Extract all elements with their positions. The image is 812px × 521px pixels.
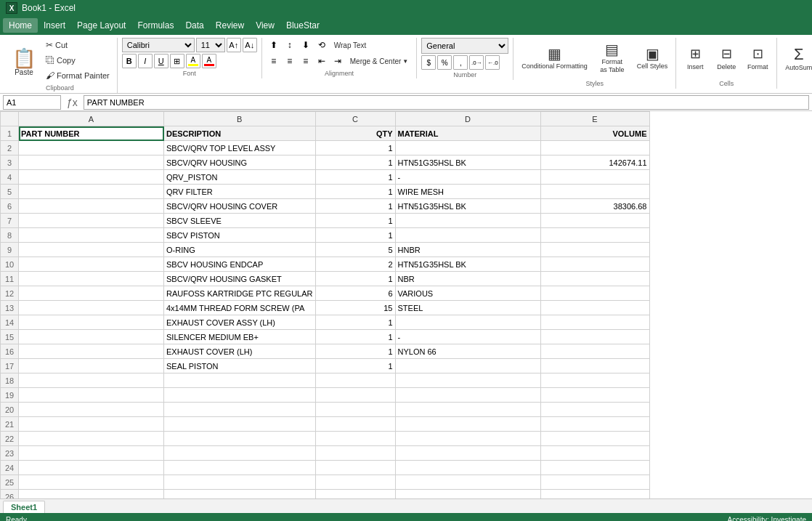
cell-B20[interactable] — [164, 403, 316, 417]
font-color-button[interactable]: A — [202, 54, 216, 68]
menu-data[interactable]: Data — [179, 18, 209, 33]
cell-D3[interactable]: HTN51G35HSL BK — [395, 156, 540, 170]
cell-A16[interactable] — [19, 344, 164, 359]
cell-C2[interactable]: 1 — [315, 141, 395, 156]
cell-E12[interactable] — [540, 286, 649, 301]
cell-E26[interactable] — [540, 490, 649, 499]
cell-B11[interactable]: SBCV/QRV HOUSING GASKET — [164, 272, 316, 286]
cell-E15[interactable] — [540, 330, 649, 344]
cell-B8[interactable]: SBCV PISTON — [164, 228, 316, 243]
cell-B2[interactable]: SBCV/QRV TOP LEVEL ASSY — [164, 141, 316, 156]
percent-button[interactable]: % — [437, 55, 452, 70]
row-number[interactable]: 17 — [1, 359, 19, 373]
cell-E21[interactable] — [540, 417, 649, 432]
cell-D10[interactable]: HTN51G35HSL BK — [395, 257, 540, 272]
cell-E3[interactable]: 142674.11 — [540, 156, 649, 170]
cell-A9[interactable] — [19, 243, 164, 257]
cell-E9[interactable] — [540, 243, 649, 257]
cell-A10[interactable] — [19, 257, 164, 272]
cell-A12[interactable] — [19, 286, 164, 301]
fill-color-button[interactable]: A — [186, 54, 200, 68]
cell-C8[interactable]: 1 — [315, 228, 395, 243]
name-box[interactable] — [3, 95, 61, 110]
underline-button[interactable]: U — [154, 54, 169, 68]
cell-A24[interactable] — [19, 461, 164, 475]
cell-B22[interactable] — [164, 432, 316, 446]
cell-A5[interactable] — [19, 185, 164, 199]
cell-A26[interactable] — [19, 490, 164, 499]
align-left-button[interactable]: ≡ — [267, 54, 281, 68]
cell-D14[interactable] — [395, 315, 540, 330]
cell-E4[interactable] — [540, 170, 649, 185]
cell-B18[interactable] — [164, 373, 316, 388]
cell-C9[interactable]: 5 — [315, 243, 395, 257]
cell-A17[interactable] — [19, 359, 164, 373]
merge-center-button[interactable]: Merge & Center ▼ — [346, 54, 413, 68]
sheet-grid[interactable]: A B C D E 1PART NUMBERDESCRIPTIONQTYMATE… — [0, 111, 812, 498]
increase-indent-button[interactable]: ⇥ — [330, 54, 345, 68]
cell-E22[interactable] — [540, 432, 649, 446]
cell-B7[interactable]: SBCV SLEEVE — [164, 214, 316, 228]
row-number[interactable]: 21 — [1, 417, 19, 432]
cell-E25[interactable] — [540, 475, 649, 490]
cell-E23[interactable] — [540, 446, 649, 461]
cell-C25[interactable] — [315, 475, 395, 490]
cell-C18[interactable] — [315, 373, 395, 388]
cell-D11[interactable]: NBR — [395, 272, 540, 286]
col-header-C[interactable]: C — [315, 112, 395, 126]
cell-C26[interactable] — [315, 490, 395, 499]
decrease-font-button[interactable]: A↓ — [243, 38, 257, 52]
row-number[interactable]: 8 — [1, 228, 19, 243]
cell-D4[interactable]: - — [395, 170, 540, 185]
cell-B1[interactable]: DESCRIPTION — [164, 126, 316, 141]
conditional-formatting-button[interactable]: ▦ Conditional Formatting — [518, 38, 591, 78]
menu-formulas[interactable]: Formulas — [131, 18, 179, 33]
cell-D13[interactable]: STEEL — [395, 301, 540, 315]
cell-A21[interactable] — [19, 417, 164, 432]
formula-input[interactable] — [84, 95, 809, 110]
row-number[interactable]: 22 — [1, 432, 19, 446]
cell-C21[interactable] — [315, 417, 395, 432]
cell-E19[interactable] — [540, 388, 649, 403]
cell-C10[interactable]: 2 — [315, 257, 395, 272]
cell-D2[interactable] — [395, 141, 540, 156]
cell-E14[interactable] — [540, 315, 649, 330]
row-number[interactable]: 14 — [1, 315, 19, 330]
cell-D9[interactable]: HNBR — [395, 243, 540, 257]
cell-C4[interactable]: 1 — [315, 170, 395, 185]
cell-C11[interactable]: 1 — [315, 272, 395, 286]
cell-B24[interactable] — [164, 461, 316, 475]
cell-C13[interactable]: 15 — [315, 301, 395, 315]
row-number[interactable]: 13 — [1, 301, 19, 315]
cell-E8[interactable] — [540, 228, 649, 243]
cell-E7[interactable] — [540, 214, 649, 228]
col-header-A[interactable]: A — [19, 112, 164, 126]
text-angle-button[interactable]: ⟲ — [314, 38, 329, 52]
cell-D24[interactable] — [395, 461, 540, 475]
sheet-tab-sheet1[interactable]: Sheet1 — [3, 501, 45, 513]
cell-C20[interactable] — [315, 403, 395, 417]
italic-button[interactable]: I — [138, 54, 153, 68]
cell-D20[interactable] — [395, 403, 540, 417]
cell-C17[interactable]: 1 — [315, 359, 395, 373]
cell-A8[interactable] — [19, 228, 164, 243]
row-number[interactable]: 10 — [1, 257, 19, 272]
borders-button[interactable]: ⊞ — [170, 54, 184, 68]
cell-B26[interactable] — [164, 490, 316, 499]
cell-C14[interactable]: 1 — [315, 315, 395, 330]
cell-C24[interactable] — [315, 461, 395, 475]
insert-button[interactable]: ⊞ Insert — [681, 38, 710, 78]
row-number[interactable]: 6 — [1, 199, 19, 214]
align-right-button[interactable]: ≡ — [299, 54, 313, 68]
cell-A3[interactable] — [19, 156, 164, 170]
col-header-B[interactable]: B — [164, 112, 316, 126]
wrap-text-button[interactable]: Wrap Text — [330, 38, 370, 52]
cell-C16[interactable]: 1 — [315, 344, 395, 359]
cell-C5[interactable]: 1 — [315, 185, 395, 199]
menu-bluestar[interactable]: BlueStar — [280, 18, 325, 33]
cell-B12[interactable]: RAUFOSS KARTRIDGE PTC REGULAR — [164, 286, 316, 301]
increase-decimal-button[interactable]: ←.0 — [485, 55, 500, 70]
cell-B5[interactable]: QRV FILTER — [164, 185, 316, 199]
format-as-table-button[interactable]: ▤ Formatas Table — [594, 38, 630, 78]
cell-D17[interactable] — [395, 359, 540, 373]
